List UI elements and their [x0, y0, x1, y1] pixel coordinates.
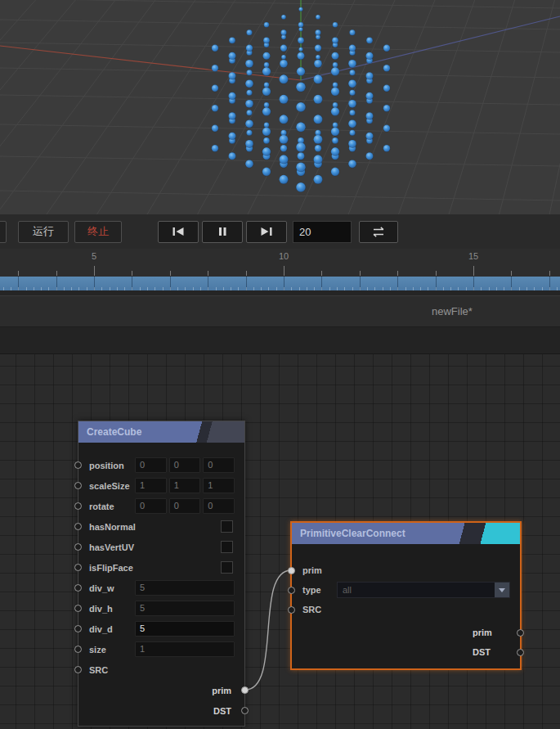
param-fields: 000	[135, 457, 235, 473]
input-port-div_d[interactable]	[74, 625, 82, 632]
input-port-hasVertUV[interactable]	[74, 543, 82, 551]
output-row-DST: DST	[292, 642, 520, 662]
param-row-isFlipFace: isFlipFace	[78, 557, 244, 578]
input-port-scaleSize[interactable]	[74, 482, 82, 489]
dropdown-value: all	[338, 585, 495, 595]
loop-button[interactable]	[359, 221, 398, 243]
input-port-prim[interactable]	[288, 567, 295, 574]
input-port-type[interactable]	[288, 587, 295, 594]
input-port-isFlipFace[interactable]	[74, 564, 82, 571]
input-port-SRC[interactable]	[288, 606, 295, 614]
value-field-div_d[interactable]: 5	[135, 621, 235, 637]
node-title: CreateCube	[87, 426, 141, 438]
node-createcube[interactable]: CreateCube position000scaleSize111rotate…	[78, 421, 245, 727]
param-row-type: typeall	[292, 580, 520, 600]
dropdown-type[interactable]: all	[337, 582, 510, 598]
param-row-SRC: SRC	[78, 659, 244, 680]
param-label-SRC: SRC	[89, 665, 135, 675]
timeline-tick	[284, 266, 284, 276]
partial-button[interactable]	[0, 221, 7, 243]
output-port-prim[interactable]	[517, 629, 524, 637]
node-graph[interactable]: CreateCube position000scaleSize111rotate…	[0, 354, 560, 729]
param-label-size: size	[89, 645, 135, 655]
node-title: PrimitiveClearConnect	[300, 528, 405, 539]
3d-viewport[interactable]	[0, 0, 560, 214]
node-primitiveclearconnect-header[interactable]: PrimitiveClearConnect	[292, 523, 520, 544]
node-createcube-body: position000scaleSize111rotate000hasNorma…	[78, 443, 244, 726]
input-port-div_h[interactable]	[74, 605, 82, 612]
timeline-tick	[549, 271, 550, 276]
value-field-size[interactable]: 1	[135, 641, 235, 657]
output-row-DST: DST	[78, 700, 244, 721]
pause-button[interactable]	[202, 221, 243, 243]
value-field-scaleSize[interactable]: 1	[203, 478, 235, 493]
timeline-frame-label: 10	[279, 251, 289, 261]
viewport-canvas	[0, 0, 560, 214]
value-field-scaleSize[interactable]: 1	[169, 478, 201, 493]
skip-to-end-icon	[260, 227, 273, 236]
timeline-bar[interactable]	[0, 277, 560, 290]
output-label-prim: prim	[212, 686, 231, 695]
param-label-div_h: div_h	[89, 604, 135, 614]
timeline-tick	[511, 271, 512, 276]
checkbox-isFlipFace[interactable]	[221, 561, 233, 574]
output-label-prim: prim	[473, 628, 507, 637]
node-primitiveclearconnect[interactable]: PrimitiveClearConnect primtypeallSRCprim…	[290, 521, 522, 670]
loop-icon	[371, 227, 386, 237]
value-field-scaleSize[interactable]: 1	[135, 478, 167, 493]
input-port-div_w[interactable]	[74, 584, 82, 592]
param-label-prim: prim	[302, 565, 337, 575]
param-row-prim: prim	[292, 560, 520, 580]
param-row-size: size1	[78, 639, 244, 659]
param-fields: 111	[135, 478, 235, 493]
timeline-tick	[436, 271, 437, 276]
input-port-size[interactable]	[74, 646, 82, 653]
file-tab[interactable]: newFile*	[432, 296, 473, 326]
node-createcube-header[interactable]: CreateCube	[78, 421, 244, 443]
param-row-rotate: rotate000	[78, 496, 244, 516]
value-field-position[interactable]: 0	[135, 457, 167, 473]
checkbox-hasNormal[interactable]	[221, 520, 233, 533]
timeline-frame-label: 5	[92, 251, 96, 261]
param-row-div_h: div_h5	[78, 598, 244, 619]
param-label-isFlipFace: isFlipFace	[89, 563, 135, 573]
input-port-position[interactable]	[74, 461, 82, 469]
value-field-rotate[interactable]: 0	[135, 498, 167, 514]
skip-to-start-button[interactable]	[158, 221, 199, 243]
value-field-rotate[interactable]: 0	[169, 498, 201, 514]
value-field-position[interactable]: 0	[169, 457, 201, 473]
chevron-down-icon[interactable]	[495, 583, 509, 597]
run-button[interactable]: 运行	[18, 221, 69, 243]
timeline-tick	[397, 271, 398, 276]
timeline[interactable]: 51015	[0, 249, 560, 295]
pause-icon	[217, 227, 228, 236]
value-field-div_h[interactable]: 5	[135, 601, 235, 616]
timeline-tick	[360, 271, 361, 276]
output-port-prim[interactable]	[241, 686, 249, 694]
param-fields: 000	[135, 498, 235, 514]
timeline-tick	[473, 266, 474, 276]
checkbox-hasVertUV[interactable]	[221, 541, 233, 553]
input-port-rotate[interactable]	[74, 502, 82, 510]
param-label-SRC: SRC	[302, 605, 337, 614]
param-row-position: position000	[78, 455, 244, 475]
timeline-tick	[321, 271, 322, 276]
param-label-hasNormal: hasNormal	[89, 522, 135, 532]
file-tab-bar: newFile*	[0, 295, 560, 327]
param-label-div_d: div_d	[89, 624, 135, 634]
timeline-tick	[132, 271, 132, 276]
stop-button[interactable]: 终止	[74, 221, 122, 243]
frame-number-input[interactable]	[293, 221, 352, 243]
value-field-div_w[interactable]: 5	[135, 580, 235, 596]
input-port-hasNormal[interactable]	[74, 523, 82, 530]
value-field-rotate[interactable]: 0	[203, 498, 235, 514]
output-port-DST[interactable]	[517, 649, 524, 656]
param-row-div_w: div_w5	[78, 578, 244, 598]
value-field-position[interactable]: 0	[203, 457, 235, 473]
output-port-DST[interactable]	[241, 707, 249, 714]
input-port-SRC[interactable]	[74, 666, 82, 673]
skip-to-end-button[interactable]	[246, 221, 287, 243]
param-label-scaleSize: scaleSize	[89, 481, 135, 491]
connection-wire[interactable]	[245, 570, 291, 690]
node-primitiveclearconnect-body: primtypeallSRCprimDST	[292, 544, 520, 668]
